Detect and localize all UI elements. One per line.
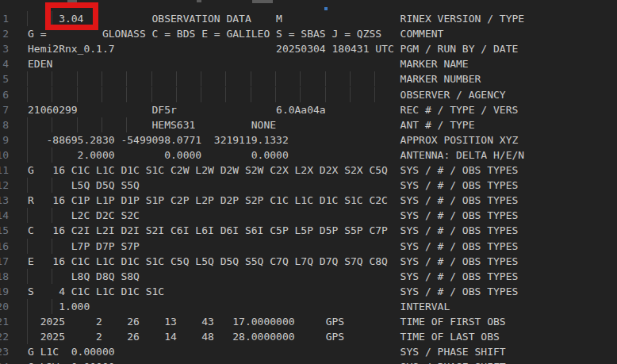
code-line-row[interactable]: 14 L2C D2C S2C SYS / # / OBS TYPES <box>0 208 617 223</box>
code-line-text[interactable]: L2C D2C S2C SYS / # / OBS TYPES <box>28 208 518 223</box>
gutter-line-number: 18 <box>0 269 9 284</box>
code-line-row[interactable]: 721060299 DF5r 6.0Aa04a REC # / TYPE / V… <box>0 102 617 117</box>
gutter-line-number: 1 <box>2 11 9 26</box>
cropped-chrome-fragment <box>252 0 273 3</box>
code-line-text[interactable]: 3.04 OBSERVATION DATA M RINEX VERSION / … <box>28 11 524 26</box>
code-line-text[interactable]: EDEN MARKER NAME <box>28 56 469 71</box>
code-line-text[interactable]: L5Q D5Q S5Q SYS / # / OBS TYPES <box>28 178 518 193</box>
code-line-row[interactable]: 11G 16 C1C L1C D1C S1C C2W L2W D2W S2W C… <box>0 163 617 178</box>
editor-screen: 1 3.04 OBSERVATION DATA M RINEX VERSION … <box>0 0 617 364</box>
code-line-text[interactable]: L7P D7P S7P SYS / # / OBS TYPES <box>28 239 518 254</box>
code-line-text[interactable]: MARKER NUMBER <box>28 71 481 86</box>
gutter-line-number: 2 <box>2 26 9 41</box>
code-line-text[interactable]: 1.000 INTERVAL <box>28 299 450 314</box>
code-line-row[interactable]: 13R 16 C1P L1P D1P S1P C2P L2P D2P S2P C… <box>0 193 617 208</box>
gutter-line-number: 6 <box>2 87 9 102</box>
gutter-line-number: 14 <box>0 208 9 223</box>
gutter-line-number: 5 <box>2 71 9 86</box>
code-line-row[interactable]: 20 1.000 INTERVAL <box>0 299 617 314</box>
gutter-line-number: 9 <box>2 132 9 148</box>
code-line-row[interactable]: 24G L2W 0.00000 SYS / PHASE SHIFT <box>0 359 617 364</box>
code-editor-area[interactable]: 1 3.04 OBSERVATION DATA M RINEX VERSION … <box>0 11 617 364</box>
gutter-line-number: 12 <box>0 178 9 193</box>
code-line-text[interactable]: 2025 2 26 13 43 17.0000000 GPS TIME OF F… <box>28 314 506 329</box>
code-line-row[interactable]: 12 L5Q D5Q S5Q SYS / # / OBS TYPES <box>0 178 617 193</box>
gutter-line-number: 7 <box>2 102 9 117</box>
code-line-text[interactable]: E 16 C1C L1C D1C S1C C5Q L5Q D5Q S5Q C7Q… <box>28 254 518 269</box>
code-line-row[interactable]: 8 HEMS631 NONE ANT # / TYPE <box>0 117 617 132</box>
code-line-text[interactable]: S 4 C1C L1C D1C S1C SYS / # / OBS TYPES <box>28 284 518 299</box>
code-line-text[interactable]: G L1C 0.00000 SYS / PHASE SHIFT <box>28 344 506 359</box>
code-line-row[interactable]: 16 L7P D7P S7P SYS / # / OBS TYPES <box>0 239 617 254</box>
code-line-text[interactable]: 21060299 DF5r 6.0Aa04a REC # / TYPE / VE… <box>28 102 518 117</box>
gutter-line-number: 21 <box>0 314 9 329</box>
cropped-chrome-fragment <box>324 7 328 10</box>
code-line-row[interactable]: 15C 16 C2I L2I D2I S2I C6I L6I D6I S6I C… <box>0 223 617 238</box>
code-line-row[interactable]: 3Hemi2Rnx_0.1.7 20250304 180431 UTC PGM … <box>0 41 617 56</box>
gutter-line-number: 23 <box>0 344 9 359</box>
gutter-line-number: 8 <box>2 117 9 132</box>
code-line-text[interactable]: G 16 C1C L1C D1C S1C C2W L2W D2W S2W C2X… <box>28 163 518 178</box>
code-line-row[interactable]: 21 2025 2 26 13 43 17.0000000 GPS TIME O… <box>0 314 617 329</box>
code-line-text[interactable]: -88695.2830 -5499098.0771 3219119.1332 A… <box>28 132 518 148</box>
gutter-line-number: 20 <box>0 299 9 314</box>
code-line-text[interactable]: G L2W 0.00000 SYS / PHASE SHIFT <box>28 359 506 364</box>
code-line-text[interactable]: L8Q D8Q S8Q SYS / # / OBS TYPES <box>28 269 518 284</box>
code-line-row[interactable]: 6 OBSERVER / AGENCY <box>0 87 617 102</box>
code-line-row[interactable]: 18 L8Q D8Q S8Q SYS / # / OBS TYPES <box>0 269 617 284</box>
code-line-text[interactable]: 2.0000 0.0000 0.0000 ANTENNA: DELTA H/E/… <box>28 148 524 163</box>
gutter-line-number: 22 <box>0 329 9 344</box>
code-line-row[interactable]: 9 -88695.2830 -5499098.0771 3219119.1332… <box>0 132 617 148</box>
code-line-row[interactable]: 19S 4 C1C L1C D1C S1C SYS / # / OBS TYPE… <box>0 284 617 299</box>
gutter-line-number: 11 <box>0 163 9 178</box>
code-line-text[interactable]: C 16 C2I L2I D2I S2I C6I L6I D6I S6I C5P… <box>28 223 518 238</box>
code-line-text[interactable]: R 16 C1P L1P D1P S1P C2P L2P D2P S2P C1C… <box>28 193 518 208</box>
code-line-row[interactable]: 10 2.0000 0.0000 0.0000 ANTENNA: DELTA H… <box>0 148 617 163</box>
code-line-row[interactable]: 17E 16 C1C L1C D1C S1C C5Q L5Q D5Q S5Q C… <box>0 254 617 269</box>
code-line-row[interactable]: 22 2025 2 26 14 48 28.0000000 GPS TIME O… <box>0 329 617 344</box>
gutter-line-number: 16 <box>0 239 9 254</box>
code-line-text[interactable]: 2025 2 26 14 48 28.0000000 GPS TIME OF L… <box>28 329 500 344</box>
code-line-text[interactable]: Hemi2Rnx_0.1.7 20250304 180431 UTC PGM /… <box>28 41 518 56</box>
cropped-chrome-fragment <box>197 0 201 2</box>
code-line-row[interactable]: 23G L1C 0.00000 SYS / PHASE SHIFT <box>0 344 617 359</box>
code-line-row[interactable]: 5 MARKER NUMBER <box>0 71 617 86</box>
gutter-line-number: 3 <box>2 41 9 56</box>
annotation-red-box <box>45 2 98 30</box>
code-line-text[interactable]: HEMS631 NONE ANT # / TYPE <box>28 117 475 132</box>
gutter-line-number: 19 <box>0 284 9 299</box>
gutter-line-number: 10 <box>0 148 9 163</box>
code-line-row[interactable]: 4EDEN MARKER NAME <box>0 56 617 71</box>
gutter-line-number: 24 <box>0 359 9 364</box>
gutter-line-number: 17 <box>0 254 9 269</box>
code-line-text[interactable]: OBSERVER / AGENCY <box>28 87 506 102</box>
gutter-line-number: 13 <box>0 193 9 208</box>
gutter-line-number: 15 <box>0 223 9 238</box>
gutter-line-number: 4 <box>2 56 9 71</box>
